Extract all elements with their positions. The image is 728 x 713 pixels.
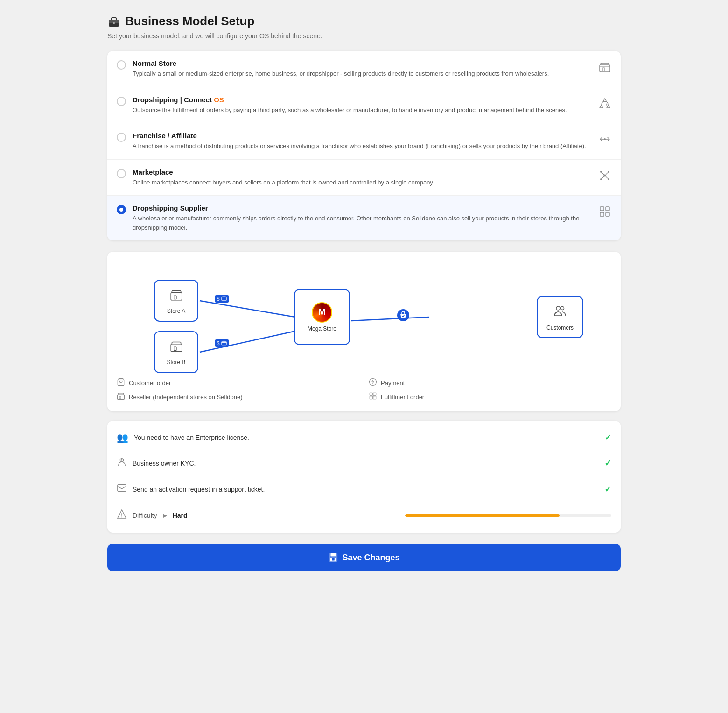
svg-rect-25 — [221, 297, 226, 301]
diagram-legend: Customer order Payment — [117, 378, 611, 402]
svg-point-6 — [604, 138, 606, 140]
svg-line-20 — [200, 301, 295, 317]
svg-point-32 — [556, 306, 560, 310]
requirements-section: 👥 You need to have an Enterprise license… — [107, 421, 621, 533]
option-title-dropshipping-connect: Dropshipping | Connect OS — [133, 96, 592, 104]
save-icon — [328, 552, 338, 563]
diagram-section: Store A $ $ S — [107, 252, 621, 411]
node-store-b: Store B — [154, 331, 198, 373]
options-card: Normal Store Typically a small or medium… — [107, 51, 621, 240]
radio-dropshipping-connect[interactable] — [117, 97, 126, 106]
svg-rect-5 — [602, 68, 605, 71]
option-desc-marketplace: Online marketplaces connect buyers and s… — [133, 178, 592, 187]
store-a-icon — [169, 288, 183, 305]
option-desc-normal-store: Typically a small or medium-sized enterp… — [133, 69, 592, 78]
reseller-legend-icon — [117, 392, 125, 402]
radio-marketplace[interactable] — [117, 169, 126, 178]
svg-point-10 — [600, 178, 602, 180]
option-dropshipping-connect[interactable]: Dropshipping | Connect OS Outsource the … — [107, 87, 621, 124]
svg-rect-3 — [113, 22, 115, 24]
radio-franchise[interactable] — [117, 133, 126, 142]
req-row-0: 👥 You need to have an Enterprise license… — [117, 425, 611, 450]
customers-label: Customers — [546, 325, 574, 331]
legend-customer-order: Customer order — [117, 378, 359, 388]
difficulty-arrow: ▶ — [163, 512, 167, 519]
diagram-canvas: Store A $ $ S — [117, 266, 611, 368]
store-a-label: Store A — [167, 308, 185, 314]
svg-point-7 — [604, 174, 606, 176]
req-icon-0: 👥 — [117, 432, 128, 443]
radio-normal-store[interactable] — [117, 60, 126, 70]
req-text-0: You need to have an Enterprise license. — [134, 434, 599, 441]
fulfillment-legend-icon — [369, 392, 377, 402]
legend-payment-text: Payment — [381, 380, 405, 387]
difficulty-bar — [405, 514, 611, 517]
svg-rect-38 — [370, 393, 372, 395]
svg-point-9 — [608, 171, 609, 173]
svg-line-13 — [606, 173, 608, 175]
svg-line-22 — [351, 317, 429, 321]
svg-point-33 — [561, 306, 564, 310]
customers-icon — [553, 304, 567, 322]
bag-legend-icon — [117, 378, 125, 388]
option-desc-dropshipping-supplier: A wholesaler or manufacturer commonly sh… — [133, 214, 592, 232]
difficulty-label: Difficulty — [133, 512, 157, 519]
req-text-2: Send an activation request in a support … — [133, 486, 599, 493]
node-mega-store: M Mega Store — [294, 289, 350, 345]
option-title-franchise: Franchise / Affiliate — [133, 132, 592, 140]
recycle-icon — [598, 97, 611, 113]
node-customers: Customers — [537, 296, 583, 338]
req-row-1: Business owner KYC. ✓ — [117, 450, 611, 476]
store-icon — [598, 60, 611, 76]
svg-rect-48 — [331, 553, 336, 556]
svg-rect-18 — [600, 212, 604, 216]
svg-rect-19 — [606, 212, 609, 216]
svg-rect-30 — [174, 347, 176, 351]
node-store-a: Store A — [154, 280, 198, 322]
option-marketplace[interactable]: Marketplace Online marketplaces connect … — [107, 160, 621, 196]
option-desc-franchise: A franchise is a method of distributing … — [133, 141, 592, 151]
option-normal-store[interactable]: Normal Store Typically a small or medium… — [107, 51, 621, 87]
svg-rect-40 — [370, 396, 372, 399]
legend-customer-order-text: Customer order — [129, 380, 171, 387]
radio-dropshipping-supplier[interactable] — [117, 205, 126, 214]
svg-line-12 — [602, 173, 604, 175]
svg-rect-27 — [221, 341, 226, 345]
req-icon-2 — [117, 483, 127, 495]
mega-store-label: Mega Store — [308, 325, 336, 332]
svg-line-15 — [606, 176, 608, 178]
svg-point-11 — [608, 178, 609, 180]
difficulty-row: Difficulty ▶ Hard — [117, 502, 611, 528]
option-title-marketplace: Marketplace — [133, 168, 592, 176]
page-container: Business Model Setup Set your business m… — [107, 9, 621, 704]
difficulty-value: Hard — [173, 512, 188, 519]
legend-reseller-text: Reseller (Independent stores on Selldone… — [129, 394, 243, 401]
option-franchise[interactable]: Franchise / Affiliate A franchise is a m… — [107, 123, 621, 160]
sparkle-icon — [598, 169, 611, 185]
req-check-1: ✓ — [604, 458, 611, 468]
req-row-2: Send an activation request in a support … — [117, 476, 611, 502]
save-changes-button[interactable]: Save Changes — [107, 544, 621, 571]
arrows-icon — [598, 133, 611, 148]
arrow-badge-b: $ — [215, 339, 229, 347]
req-text-1: Business owner KYC. — [133, 459, 599, 467]
svg-rect-44 — [118, 485, 126, 492]
svg-rect-37 — [119, 397, 121, 399]
save-btn-row: Save Changes — [107, 544, 621, 571]
svg-rect-41 — [373, 396, 376, 399]
page-title: Business Model Setup — [125, 14, 254, 28]
difficulty-fill — [405, 514, 560, 517]
page-title-row: Business Model Setup — [107, 14, 621, 28]
svg-rect-16 — [600, 207, 604, 211]
option-title-dropshipping-supplier: Dropshipping Supplier — [133, 204, 592, 212]
svg-point-43 — [121, 459, 123, 461]
req-check-2: ✓ — [604, 484, 611, 494]
svg-rect-39 — [373, 393, 376, 395]
legend-fulfillment-text: Fulfillment order — [381, 394, 424, 401]
arrow-badge-a: $ — [215, 295, 229, 303]
payment-legend-icon — [369, 378, 377, 388]
option-dropshipping-supplier[interactable]: Dropshipping Supplier A wholesaler or ma… — [107, 196, 621, 240]
svg-point-8 — [600, 171, 602, 173]
svg-rect-24 — [174, 296, 176, 299]
store-b-label: Store B — [167, 359, 185, 366]
